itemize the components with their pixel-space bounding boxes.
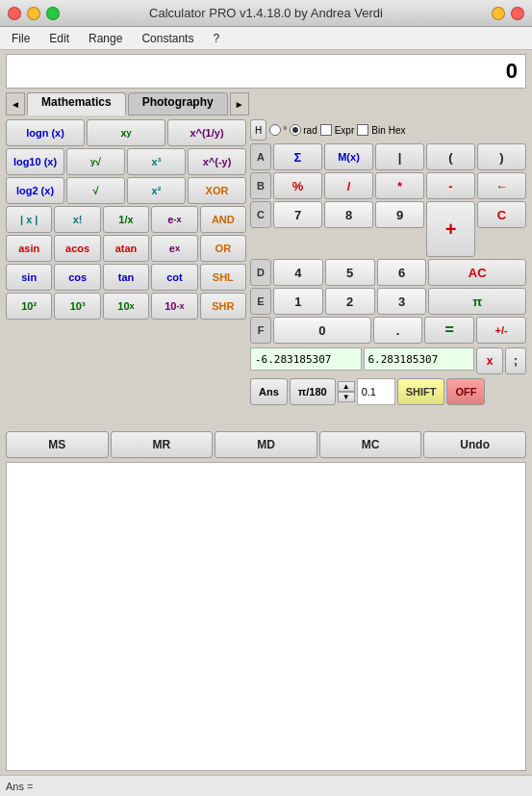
rad-label: rad	[303, 125, 317, 136]
btn-x1y[interactable]: x^(1/y)	[167, 119, 246, 146]
btn-2[interactable]: 2	[325, 288, 375, 315]
maximize-button[interactable]	[46, 7, 60, 20]
btn-cos[interactable]: cos	[54, 264, 100, 291]
left-panel: logn (x) xy x^(1/y) log10 (x) y√ x³ x^(-…	[6, 119, 246, 427]
btn-divide[interactable]: /	[324, 172, 373, 199]
btn-multiply[interactable]: *	[375, 172, 424, 199]
btn-logn[interactable]: logn (x)	[6, 119, 85, 146]
btn-h[interactable]: H	[250, 119, 266, 141]
btn-mr[interactable]: MR	[111, 431, 214, 458]
stepper-up[interactable]: ▲	[338, 381, 355, 392]
btn-0[interactable]: 0	[273, 317, 371, 344]
tab-left-arrow[interactable]: ◄	[6, 92, 25, 116]
radio-deg[interactable]: °	[269, 124, 287, 136]
right-panel: H ° rad Expr Bin Hex A Σ M(x)	[250, 119, 526, 427]
menu-edit[interactable]: Edit	[41, 30, 77, 47]
btn-allclear[interactable]: AC	[428, 259, 526, 286]
radio-rad[interactable]: rad	[290, 124, 317, 136]
btn-ex[interactable]: ex	[151, 235, 197, 262]
btn-sin[interactable]: sin	[6, 264, 52, 291]
tab-right-arrow[interactable]: ►	[230, 92, 249, 116]
btn-mc[interactable]: MC	[319, 431, 422, 458]
tab-photography[interactable]: Photography	[128, 92, 228, 116]
minimize-button[interactable]	[27, 7, 40, 20]
stepper[interactable]: ▲ ▼	[338, 381, 355, 402]
btn-dot[interactable]: .	[373, 317, 423, 344]
btn-acos[interactable]: acos	[54, 235, 100, 262]
btn-10nx[interactable]: 10-x	[151, 293, 197, 320]
checkbox-bin[interactable]	[357, 124, 368, 136]
right-btn-yellow[interactable]	[492, 7, 505, 20]
deg-label: °	[283, 125, 287, 136]
btn-10sq[interactable]: 10²	[6, 293, 52, 320]
btn-yroot[interactable]: y√	[66, 148, 125, 175]
btn-fact[interactable]: x!	[54, 206, 100, 233]
step-value[interactable]: 0.1	[357, 378, 395, 405]
radio-rad-circle[interactable]	[290, 124, 301, 136]
btn-10cu[interactable]: 10³	[54, 293, 100, 320]
btn-sqrt[interactable]: √	[66, 177, 125, 204]
btn-mx[interactable]: M(x)	[324, 143, 373, 170]
btn-xor[interactable]: XOR	[188, 177, 246, 204]
right-btn-red[interactable]	[511, 7, 524, 20]
btn-8[interactable]: 8	[324, 201, 373, 228]
tab-mathematics[interactable]: Mathematics	[27, 92, 126, 116]
btn-shl[interactable]: SHL	[200, 264, 246, 291]
btn-ms[interactable]: MS	[6, 431, 109, 458]
btn-shift[interactable]: SHIFT	[397, 378, 445, 405]
btn-pipe[interactable]: |	[375, 143, 424, 170]
btn-and[interactable]: AND	[200, 206, 246, 233]
btn-5[interactable]: 5	[325, 259, 375, 286]
btn-log10[interactable]: log10 (x)	[6, 148, 64, 175]
radio-deg-circle[interactable]	[269, 124, 281, 136]
calc-area: logn (x) xy x^(1/y) log10 (x) y√ x³ x^(-…	[6, 119, 526, 427]
menu-constants[interactable]: Constants	[134, 30, 201, 47]
btn-xsq[interactable]: x²	[127, 177, 186, 204]
btn-xy[interactable]: xy	[87, 119, 165, 146]
btn-9[interactable]: 9	[375, 201, 424, 228]
btn-tan[interactable]: tan	[103, 264, 149, 291]
btn-sigma[interactable]: Σ	[273, 143, 322, 170]
btn-or[interactable]: OR	[200, 235, 246, 262]
btn-log2[interactable]: log2 (x)	[6, 177, 64, 204]
btn-10x[interactable]: 10x	[103, 293, 149, 320]
checkbox-expr[interactable]	[320, 124, 332, 136]
btn-1[interactable]: 1	[273, 288, 323, 315]
btn-clear[interactable]: C	[477, 201, 526, 228]
btn-pi180[interactable]: π/180	[290, 378, 336, 405]
btn-cot[interactable]: cot	[151, 264, 197, 291]
row-d: D 4 5 6 AC	[250, 259, 526, 286]
stepper-down[interactable]: ▼	[338, 392, 355, 402]
btn-6[interactable]: 6	[377, 259, 427, 286]
menu-file[interactable]: File	[4, 30, 38, 47]
btn-equals[interactable]: =	[424, 317, 474, 344]
btn-enx[interactable]: e-x	[151, 206, 197, 233]
btn-3[interactable]: 3	[377, 288, 427, 315]
btn-undo[interactable]: Undo	[423, 431, 526, 458]
btn-plusminus[interactable]: +/-	[476, 317, 526, 344]
menu-range[interactable]: Range	[81, 30, 130, 47]
btn-xnegy[interactable]: x^(-y)	[188, 148, 246, 175]
btn-semicolon[interactable]: ;	[505, 347, 526, 374]
btn-minus[interactable]: -	[426, 172, 475, 199]
btn-pi[interactable]: π	[428, 288, 526, 315]
btn-percent[interactable]: %	[273, 172, 322, 199]
btn-x-var[interactable]: x	[476, 347, 503, 374]
btn-7[interactable]: 7	[273, 201, 322, 228]
btn-rparen[interactable]: )	[477, 143, 526, 170]
btn-inv[interactable]: 1/x	[103, 206, 149, 233]
btn-off[interactable]: OFF	[446, 378, 485, 405]
close-button[interactable]	[8, 7, 21, 20]
btn-4[interactable]: 4	[273, 259, 323, 286]
btn-plus[interactable]: +	[426, 201, 475, 257]
btn-abs[interactable]: | x |	[6, 206, 52, 233]
btn-ans[interactable]: Ans	[250, 378, 288, 405]
btn-atan[interactable]: atan	[103, 235, 149, 262]
btn-shr[interactable]: SHR	[200, 293, 246, 320]
btn-lparen[interactable]: (	[426, 143, 475, 170]
btn-asin[interactable]: asin	[6, 235, 52, 262]
menu-help[interactable]: ?	[205, 30, 227, 47]
btn-backspace[interactable]: ←	[477, 172, 526, 199]
btn-md[interactable]: MD	[215, 431, 317, 458]
btn-xcube[interactable]: x³	[127, 148, 186, 175]
